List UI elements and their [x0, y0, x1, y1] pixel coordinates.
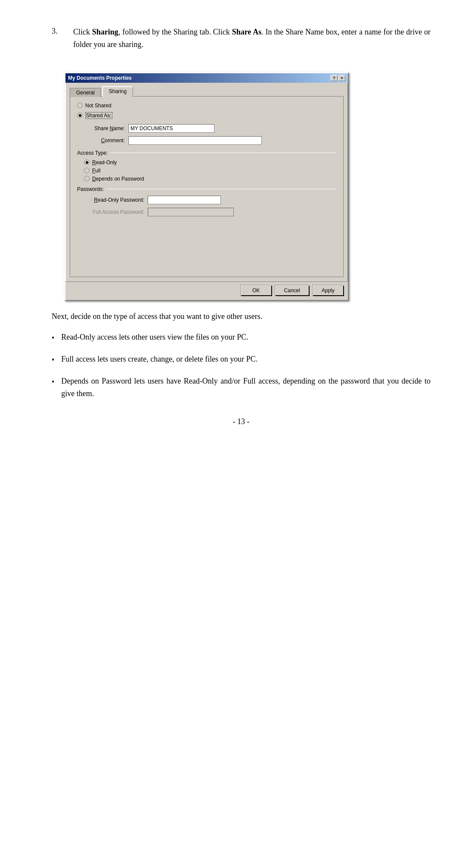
bullet-list: • Read-Only access lets other users view… — [52, 331, 431, 400]
access-type-label: Access Type: — [77, 150, 108, 156]
tab-general[interactable]: General — [70, 88, 101, 97]
share-name-label: Share Name: — [84, 125, 125, 131]
read-only-password-label: Read-Only Password: — [84, 197, 144, 203]
apply-button[interactable]: Apply — [313, 285, 344, 296]
radio-full-input[interactable] — [84, 168, 90, 173]
tab-content-sharing: Not Shared Shared As: Share Name: Commen… — [70, 96, 344, 277]
comment-row: Comment: — [84, 136, 336, 145]
radio-read-only-label: Read-Only — [92, 159, 117, 165]
radio-shared-as-input[interactable] — [77, 112, 83, 118]
step-number: 3. — [52, 26, 65, 51]
radio-read-only-input[interactable] — [84, 159, 90, 165]
dialog-buttons: OK Cancel Apply — [65, 281, 348, 300]
bullet-dot-1: • — [52, 332, 54, 344]
bullet-text-3: Depends on Password lets users have Read… — [61, 375, 431, 400]
radio-shared-as-label: Shared As: — [85, 112, 112, 119]
dialog-body: General Sharing Not Shared Shared As: Sh… — [65, 83, 348, 281]
bullet-dot-2: • — [52, 354, 54, 366]
share-name-row: Share Name: — [84, 124, 336, 133]
access-type-box: Read-Only Full Depends on Password — [84, 159, 336, 182]
cancel-button[interactable]: Cancel — [275, 285, 309, 296]
bullet-text-2: Full access lets users create, change, o… — [61, 353, 431, 366]
dialog-titlebar: My Documents Properties ? × — [65, 73, 348, 83]
radio-not-shared-item: Not Shared — [77, 103, 336, 109]
dialog-title: My Documents Properties — [68, 75, 132, 81]
radio-full-label: Full — [92, 168, 100, 174]
properties-dialog: My Documents Properties ? × General Shar… — [65, 72, 349, 301]
radio-depends-input[interactable] — [84, 176, 90, 181]
radio-not-shared-label: Not Shared — [85, 103, 112, 109]
tab-sharing[interactable]: Sharing — [102, 86, 133, 97]
radio-depends-item: Depends on Password — [84, 176, 336, 182]
access-type-divider: Access Type: — [77, 150, 336, 156]
share-name-input[interactable] — [128, 124, 214, 133]
step-text: Click Sharing, followed by the Sharing t… — [73, 26, 431, 51]
passwords-label: Passwords: — [77, 186, 104, 192]
radio-not-shared-input[interactable] — [77, 103, 83, 108]
full-access-password-label: Full Access Password: — [84, 209, 144, 215]
list-item: • Depends on Password lets users have Re… — [52, 375, 431, 400]
close-button[interactable]: × — [338, 75, 345, 81]
step-text-part2: , followed by the Sharing tab. Click — [118, 28, 232, 36]
bullet-dot-3: • — [52, 376, 54, 400]
radio-read-only-item: Read-Only — [84, 159, 336, 165]
list-item: • Full access lets users create, change,… — [52, 353, 431, 366]
passwords-line — [106, 189, 336, 189]
titlebar-buttons: ? × — [331, 75, 345, 81]
page-number: - 13 - — [52, 417, 431, 426]
tabs-row: General Sharing — [70, 86, 344, 96]
read-only-password-row: Read-Only Password: — [84, 196, 336, 204]
step-3: 3. Click Sharing, followed by the Sharin… — [52, 26, 431, 51]
dialog-wrapper: My Documents Properties ? × General Shar… — [65, 72, 349, 301]
full-access-password-input — [148, 208, 234, 216]
bold-sharing: Sharing — [92, 28, 118, 36]
radio-shared-as-item: Shared As: — [77, 112, 336, 119]
bullet-text-1: Read-Only access lets other users view t… — [61, 331, 431, 344]
body-paragraph: Next, decide on the type of access that … — [52, 310, 431, 323]
radio-full-item: Full — [84, 168, 336, 174]
passwords-divider: Passwords: — [77, 186, 336, 192]
list-item: • Read-Only access lets other users view… — [52, 331, 431, 344]
bold-share-as: Share As — [232, 28, 262, 36]
read-only-password-input[interactable] — [148, 196, 221, 204]
access-type-line — [110, 153, 336, 153]
radio-depends-label: Depends on Password — [92, 176, 144, 182]
full-access-password-row: Full Access Password: — [84, 208, 336, 216]
ok-button[interactable]: OK — [241, 285, 272, 296]
help-button[interactable]: ? — [331, 75, 338, 81]
comment-input[interactable] — [128, 136, 262, 145]
comment-label: Comment: — [84, 137, 125, 144]
